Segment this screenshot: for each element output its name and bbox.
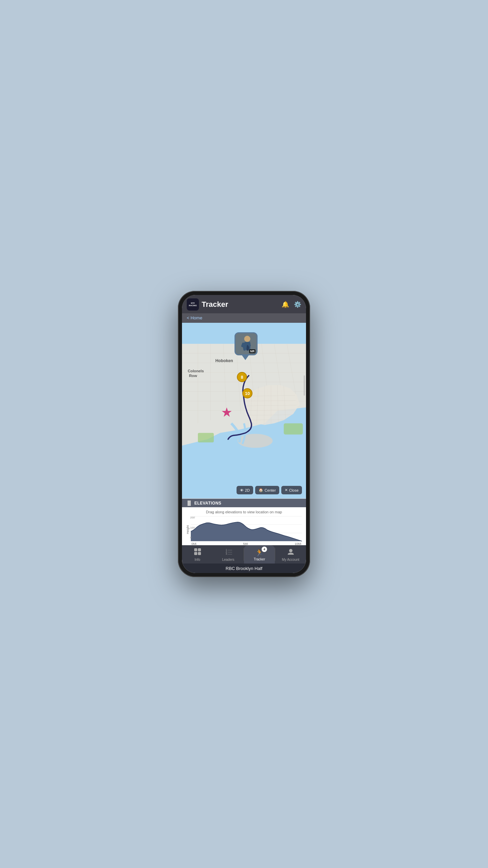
svg-text:Row: Row [189,374,197,378]
svg-point-39 [244,336,250,342]
elevation-y-label: Height [186,525,189,534]
x-label-5mi: 5Mi [243,542,248,546]
tracker-badge: 4 [262,547,267,552]
nav-tracker-label: Tracker [254,557,265,561]
elevation-content: Drag along elevations to view location o… [182,507,306,545]
eye-icon: 👁 [240,488,244,492]
tracker-tail [242,355,249,360]
bell-icon[interactable]: 🔔 [282,301,289,308]
milestone-10: 10 [242,388,252,398]
x-label-0mi: 0Mi [191,542,197,546]
svg-rect-20 [198,433,214,442]
finish-star: ★ [221,406,232,419]
account-icon [287,548,294,557]
nav-my-account[interactable]: My Account [275,545,306,564]
settings-icon[interactable]: ⚙️ [294,301,301,308]
header: NTF RACING Tracker 🔔 ⚙️ [182,295,306,313]
svg-text:Hoboken: Hoboken [216,358,233,363]
elevation-chart-area[interactable]: 200' 100' 0' [191,516,302,543]
center-button[interactable]: 🏠 Center [255,486,279,494]
tracker-nr-badge: NR [249,349,256,353]
y-label-200: 200' [190,516,195,519]
y-label-0: 0' [190,536,192,539]
tracker-pin[interactable]: NR [235,332,258,360]
elevation-title: ELEVATIONS [194,501,221,506]
x-label-10mi: 10Mi [294,542,301,546]
bottom-nav: Info 1 —— 2 —— 3 —— Leaders 🏃 4 Tr [182,545,306,564]
tracker-icon: 🏃 4 [255,549,264,557]
header-icons: 🔔 ⚙️ [282,301,301,308]
scroll-indicator [304,375,305,396]
bar-chart-icon: ▐▌ [186,500,192,506]
nav-leaders[interactable]: 1 —— 2 —— 3 —— Leaders [213,545,244,564]
race-name: RBC Brooklyn Half [226,566,262,571]
svg-point-56 [289,549,292,552]
svg-rect-52 [198,552,201,555]
map-controls: 👁 2D 🏠 Center ✕ Close [237,486,302,494]
nav-tracker[interactable]: 🏃 4 Tracker [244,545,275,564]
svg-rect-51 [194,552,197,555]
svg-text:Colonels: Colonels [188,369,204,373]
phone-screen: NTF RACING Tracker 🔔 ⚙️ < Home [182,295,306,573]
svg-text:3 ——: 3 —— [226,553,232,555]
elevation-x-labels: 0Mi 5Mi 10Mi [191,542,302,546]
milestone-8: 8 [237,372,247,382]
tracker-avatar-bubble: NR [235,332,258,355]
home-icon: 🏠 [259,488,263,492]
breadcrumb-text[interactable]: < Home [187,315,202,320]
svg-rect-18 [284,423,303,435]
nav-info[interactable]: Info [182,545,213,564]
race-name-bar: RBC Brooklyn Half [182,564,306,573]
elevation-instruction: Drag along elevations to view location o… [186,510,302,514]
elevation-header: ▐▌ ELEVATIONS [182,499,306,507]
y-label-100: 100' [190,526,195,529]
map-container[interactable]: Hoboken Colonels Row [182,323,306,498]
elevation-panel: ▐▌ ELEVATIONS Drag along elevations to v… [182,498,306,545]
logo-text: NTF RACING [189,302,197,307]
map-background: Hoboken Colonels Row [182,323,306,498]
app-logo: NTF RACING [187,298,199,311]
close-button[interactable]: ✕ Close [281,486,302,494]
svg-rect-49 [194,548,197,551]
leaders-icon: 1 —— 2 —— 3 —— [225,548,232,557]
elevation-chart[interactable]: Height 200' 100' 0' [186,516,302,543]
2d-button[interactable]: 👁 2D [237,486,253,494]
phone-frame: NTF RACING Tracker 🔔 ⚙️ < Home [178,291,310,577]
nav-leaders-label: Leaders [222,558,234,561]
close-icon: ✕ [285,488,288,492]
svg-rect-50 [198,548,201,551]
breadcrumb: < Home [182,313,306,323]
nav-account-label: My Account [282,558,300,561]
nav-info-label: Info [195,558,200,561]
info-icon [194,548,201,557]
page-title: Tracker [202,300,282,309]
